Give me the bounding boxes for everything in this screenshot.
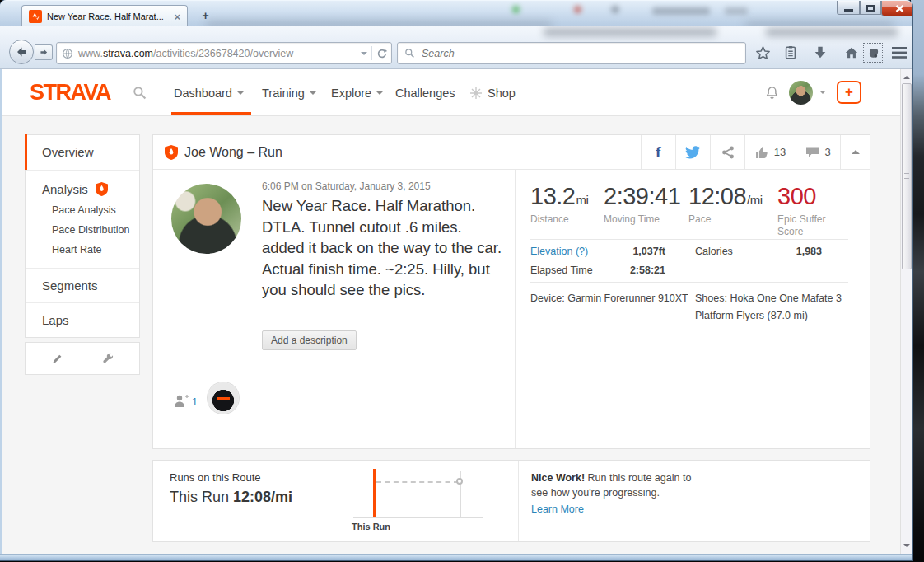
- snowflake-icon: [469, 87, 483, 100]
- nav-challenges[interactable]: Challenges: [395, 69, 455, 116]
- search-input[interactable]: [420, 47, 739, 60]
- kudoser-avatar[interactable]: [208, 382, 239, 414]
- downloads-icon[interactable]: [810, 43, 830, 63]
- route-card-divider: [518, 461, 519, 541]
- forward-button[interactable]: [35, 44, 53, 60]
- reload-icon[interactable]: [376, 48, 388, 59]
- strava-logo[interactable]: STRAVA: [30, 79, 110, 106]
- details-divider: [530, 282, 848, 283]
- strava-favicon-icon: [29, 10, 42, 23]
- screen: New Year Race. Half Marat... × +: [0, 0, 924, 562]
- url-bar[interactable]: www.strava.com/activities/236678420/over…: [56, 42, 392, 64]
- scrollbar-grip: [904, 173, 909, 180]
- nav-shop[interactable]: Shop: [469, 69, 516, 116]
- route-heading: Runs on this Route: [170, 471, 261, 484]
- athlete-photo[interactable]: [171, 184, 241, 254]
- activity-tools: [25, 342, 140, 375]
- suffer-score-label: Epic Suffer Score: [777, 213, 843, 238]
- minimize-icon: [844, 9, 853, 12]
- kudos-button[interactable]: 13: [744, 135, 796, 169]
- strava-header: STRAVA Dashboard Training Explore C: [2, 69, 900, 116]
- route-tip-title: Nice Work!: [531, 472, 585, 484]
- maximize-icon: [866, 5, 875, 12]
- stat-moving-time: 2:39:41 Moving Time: [604, 183, 681, 226]
- menu-hamburger-icon[interactable]: [889, 43, 909, 63]
- activity-title-row: Joe Wong – Run: [153, 135, 282, 169]
- add-activity-button[interactable]: +: [837, 81, 861, 104]
- scrollbar[interactable]: [900, 69, 912, 554]
- sidebar-item-segments[interactable]: Segments: [26, 268, 139, 302]
- url-dropdown-icon[interactable]: [361, 52, 367, 59]
- stat-pace: 12:08/mi Pace: [688, 183, 763, 226]
- sidebar-item-analysis[interactable]: Analysis: [42, 178, 139, 200]
- add-description-button[interactable]: Add a description: [262, 330, 357, 350]
- pace-unit: /mi: [747, 193, 763, 207]
- comments-button[interactable]: 3: [796, 135, 840, 169]
- route-chart-axis: [353, 517, 483, 518]
- learn-more-link[interactable]: Learn More: [531, 502, 692, 517]
- chevron-down-icon: [237, 91, 244, 98]
- settings-wrench-icon[interactable]: [101, 352, 114, 365]
- athletes-icon: [171, 394, 191, 409]
- share-button[interactable]: [710, 135, 744, 169]
- maximize-button[interactable]: [860, 1, 881, 15]
- calories-label: Calories: [695, 246, 733, 257]
- evernote-clipper-icon[interactable]: [863, 43, 883, 63]
- close-button[interactable]: [881, 1, 912, 16]
- bookmark-star-icon[interactable]: [753, 43, 772, 63]
- nav-training[interactable]: Training: [262, 69, 316, 116]
- device-info: Device: Garmin Forerunner 910XT: [530, 290, 688, 307]
- search-bar[interactable]: [397, 42, 746, 64]
- sidebar-item-heart-rate[interactable]: Heart Rate: [42, 240, 139, 260]
- toolbar-blur: [544, 28, 716, 36]
- route-chart-label: This Run: [352, 522, 390, 532]
- url-path: /activities/236678420/overview: [153, 48, 293, 59]
- scrollbar-thumb[interactable]: [902, 83, 912, 269]
- activity-page: Overview Analysis Pace Analysis Pace Dis…: [2, 116, 900, 554]
- search-icon: [404, 48, 415, 59]
- activity-title: Joe Wong – Run: [184, 145, 282, 160]
- browser-titlebar: New Year Race. Half Marat... × +: [0, 0, 912, 26]
- sidebar-item-overview[interactable]: Overview: [26, 135, 139, 170]
- sidebar-item-pace-distribution[interactable]: Pace Distribution: [42, 220, 139, 240]
- collapse-header-button[interactable]: [840, 135, 870, 169]
- edit-pencil-icon[interactable]: [51, 353, 63, 365]
- chevron-down-icon: [310, 91, 316, 98]
- browser-toolbar: www.strava.com/activities/236678420/over…: [0, 26, 912, 69]
- avatar-chevron-icon[interactable]: [819, 91, 826, 97]
- sidebar-section-analysis: Analysis Pace Analysis Pace Distribution…: [26, 170, 139, 268]
- bookmarks-menu-icon[interactable]: [781, 43, 800, 63]
- new-tab-button[interactable]: +: [195, 8, 216, 23]
- window-bottom-border: [0, 554, 912, 560]
- activity-summary-column: 6:06 PM on Saturday, January 3, 2015 New…: [153, 170, 516, 448]
- url-prefix: www.: [78, 48, 103, 59]
- user-avatar[interactable]: [789, 81, 813, 105]
- this-run-pace-value: 12:08/mi: [233, 489, 292, 505]
- elevation-link[interactable]: Elevation (?): [530, 246, 588, 257]
- moving-time-value: 2:39:41: [604, 183, 680, 210]
- titlebar-blur: [574, 6, 581, 13]
- notifications-bell-icon[interactable]: [764, 69, 780, 116]
- sidebar-segments-label: Segments: [42, 279, 98, 293]
- browser-tab[interactable]: New Year Race. Half Marat... ×: [21, 5, 188, 26]
- minimize-button[interactable]: [837, 1, 860, 15]
- twitter-share-button[interactable]: [675, 135, 710, 169]
- scroll-down-icon[interactable]: [903, 544, 910, 550]
- tab-close-icon[interactable]: ×: [174, 12, 180, 22]
- activity-card-body: 6:06 PM on Saturday, January 3, 2015 New…: [153, 170, 870, 448]
- calories-value: 1,983: [740, 246, 822, 257]
- athlete-count[interactable]: 1: [192, 396, 198, 408]
- nav-dashboard[interactable]: Dashboard: [174, 69, 244, 116]
- nav-shop-label: Shop: [488, 87, 516, 100]
- nav-training-label: Training: [262, 87, 305, 100]
- header-search-icon[interactable]: [133, 69, 147, 116]
- shoes-info: Shoes: Hoka One One Mafate 3 Platform Fl…: [695, 290, 875, 325]
- back-button[interactable]: [9, 40, 34, 64]
- scroll-up-icon[interactable]: [903, 73, 910, 79]
- facebook-share-button[interactable]: f: [641, 135, 675, 169]
- sidebar-item-pace-analysis[interactable]: Pace Analysis: [42, 200, 139, 220]
- sidebar-item-laps[interactable]: Laps: [26, 302, 139, 337]
- home-icon[interactable]: [842, 43, 861, 63]
- nav-explore[interactable]: Explore: [331, 69, 383, 116]
- active-nav-underline: [171, 112, 251, 115]
